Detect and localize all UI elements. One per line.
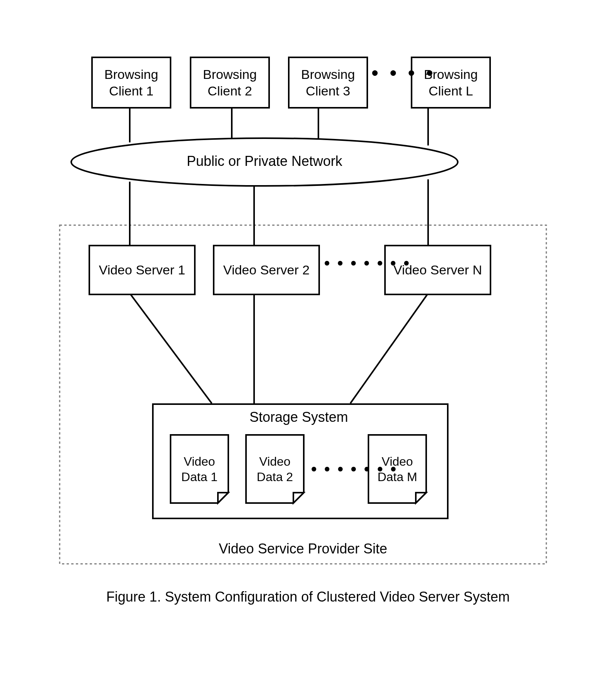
ellipsis-clients: • • • •: [372, 62, 436, 84]
client-1-box: BrowsingClient 1: [91, 57, 171, 109]
video-data-2: VideoData 2: [246, 435, 304, 503]
svg-line-11: [350, 293, 428, 403]
ellipsis-data: • • • • • • •: [311, 460, 398, 478]
site-label: Video Service Provider Site: [60, 541, 546, 557]
svg-line-9: [130, 293, 212, 403]
client-3-label: BrowsingClient 3: [301, 66, 355, 99]
server-2-box: Video Server 2: [213, 245, 320, 295]
client-1-label: BrowsingClient 1: [104, 66, 158, 99]
storage-system-label: Storage System: [152, 409, 445, 425]
client-2-label: BrowsingClient 2: [203, 66, 257, 99]
client-3-box: BrowsingClient 3: [288, 57, 368, 109]
server-1-box: Video Server 1: [89, 245, 196, 295]
figure-caption: Figure 1. System Configuration of Cluste…: [77, 589, 539, 605]
server-2-label: Video Server 2: [223, 262, 310, 278]
network-label: Public or Private Network: [149, 153, 380, 169]
client-2-box: BrowsingClient 2: [190, 57, 270, 109]
video-data-1: VideoData 1: [171, 435, 228, 503]
ellipsis-servers: • • • • • • •: [324, 254, 411, 272]
server-1-label: Video Server 1: [99, 262, 185, 278]
diagram: { "clients": [ {"line1":"Browsing","line…: [0, 0, 616, 682]
